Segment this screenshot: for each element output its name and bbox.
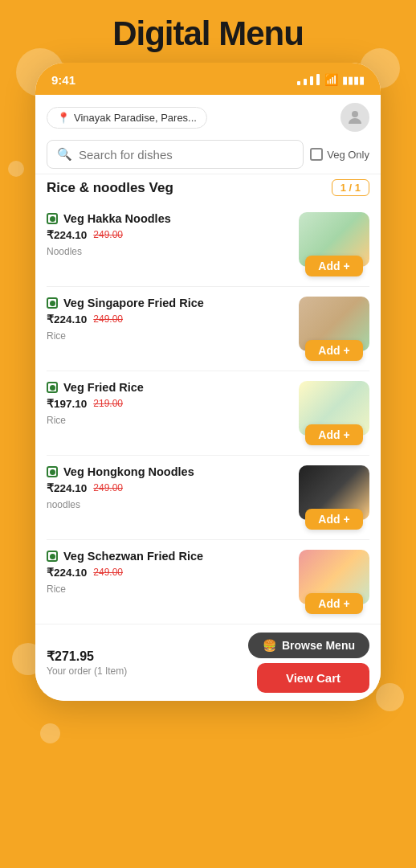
veg-dot	[47, 297, 58, 309]
item-name: Veg Fried Rice	[63, 381, 144, 394]
item-tag: Rice	[47, 415, 66, 426]
status-bar: 9:41 📶 ▮▮▮▮	[35, 63, 381, 95]
category-title: Rice & noodles Veg	[47, 180, 173, 196]
search-input[interactable]	[79, 148, 293, 162]
item-right: Add +	[299, 550, 369, 614]
item-left: Veg Fried Rice ₹197.10 219.00 Rice	[47, 381, 299, 427]
item-name: Veg Schezwan Fried Rice	[63, 550, 203, 563]
category-count: 1 / 1	[332, 179, 369, 196]
menu-list: Veg Hakka Noodles ₹224.10 249.00 Noodles…	[35, 203, 381, 624]
pin-icon: 📍	[57, 112, 70, 124]
item-name: Veg Hongkong Noodles	[63, 465, 194, 478]
item-price: ₹224.10	[47, 481, 87, 494]
item-right: Add +	[299, 381, 369, 445]
status-time: 9:41	[51, 73, 75, 87]
item-tag: Rice	[47, 583, 66, 595]
veg-dot	[47, 551, 58, 562]
veg-dot	[47, 213, 58, 224]
item-left: Veg Schezwan Fried Rice ₹224.10 249.00 R…	[47, 550, 299, 596]
item-original-price: 249.00	[93, 482, 123, 493]
bottom-bar: ₹271.95 Your order (1 Item) 🍔 Browse Men…	[35, 624, 381, 701]
item-right: Add +	[299, 297, 369, 361]
item-left: Veg Hakka Noodles ₹224.10 249.00 Noodles	[47, 212, 299, 258]
item-tag: Rice	[47, 330, 66, 342]
browse-menu-button[interactable]: 🍔 Browse Menu	[248, 633, 369, 658]
menu-item: Veg Schezwan Fried Rice ₹224.10 249.00 R…	[47, 540, 369, 624]
item-tag: noodles	[47, 499, 80, 510]
battery-icon: ▮▮▮▮	[342, 74, 365, 86]
order-info: ₹271.95 Your order (1 Item)	[47, 649, 127, 677]
item-right: Add +	[299, 212, 369, 276]
avatar[interactable]	[341, 103, 369, 132]
view-cart-button[interactable]: View Cart	[257, 663, 369, 693]
item-original-price: 249.00	[93, 229, 123, 240]
burger-icon: 🍔	[263, 639, 276, 652]
item-tag: Noodles	[47, 246, 82, 257]
veg-dot	[47, 382, 58, 393]
svg-point-0	[352, 111, 358, 117]
veg-checkbox[interactable]	[310, 148, 323, 161]
bottom-actions: 🍔 Browse Menu View Cart	[248, 633, 369, 693]
add-button[interactable]: Add +	[305, 509, 362, 530]
veg-dot	[47, 466, 58, 477]
item-original-price: 249.00	[93, 567, 123, 578]
menu-item: Veg Singapore Fried Rice ₹224.10 249.00 …	[47, 287, 369, 371]
item-right: Add +	[299, 465, 369, 530]
location-text: Vinayak Paradise, Pares...	[74, 112, 197, 124]
order-count: Your order (1 Item)	[47, 665, 127, 677]
item-original-price: 249.00	[93, 313, 123, 325]
item-left: Veg Singapore Fried Rice ₹224.10 249.00 …	[47, 297, 299, 342]
page-title: Digital Menu	[112, 14, 304, 53]
add-button[interactable]: Add +	[305, 340, 362, 361]
add-button[interactable]: Add +	[305, 256, 362, 276]
menu-item: Veg Hakka Noodles ₹224.10 249.00 Noodles…	[47, 203, 369, 287]
item-original-price: 219.00	[93, 398, 123, 409]
menu-item: Veg Fried Rice ₹197.10 219.00 Rice Add +	[47, 371, 369, 456]
item-name: Veg Singapore Fried Rice	[63, 297, 204, 309]
location-bar: 📍 Vinayak Paradise, Pares...	[35, 95, 381, 140]
item-left: Veg Hongkong Noodles ₹224.10 249.00 nood…	[47, 465, 299, 511]
item-price: ₹224.10	[47, 566, 87, 579]
phone-shell: 9:41 📶 ▮▮▮▮ 📍 Vinayak Paradise, Pares...	[35, 63, 381, 701]
veg-filter-label: Veg Only	[327, 149, 369, 161]
add-button[interactable]: Add +	[305, 424, 362, 445]
item-name: Veg Hakka Noodles	[63, 212, 171, 225]
item-price: ₹224.10	[47, 228, 87, 241]
item-price: ₹224.10	[47, 313, 87, 326]
search-bar[interactable]: 🔍	[47, 140, 304, 169]
menu-item: Veg Hongkong Noodles ₹224.10 249.00 nood…	[47, 456, 369, 540]
location-pill[interactable]: 📍 Vinayak Paradise, Pares...	[47, 107, 207, 129]
search-icon: 🔍	[57, 147, 72, 162]
wifi-icon: 📶	[324, 73, 338, 86]
status-icons: 📶 ▮▮▮▮	[296, 73, 365, 86]
add-button[interactable]: Add +	[305, 593, 362, 614]
browse-menu-label: Browse Menu	[282, 639, 355, 652]
category-header: Rice & noodles Veg 1 / 1	[35, 174, 381, 203]
order-total: ₹271.95	[47, 649, 127, 664]
item-price: ₹197.10	[47, 397, 87, 410]
veg-filter[interactable]: Veg Only	[310, 148, 369, 161]
